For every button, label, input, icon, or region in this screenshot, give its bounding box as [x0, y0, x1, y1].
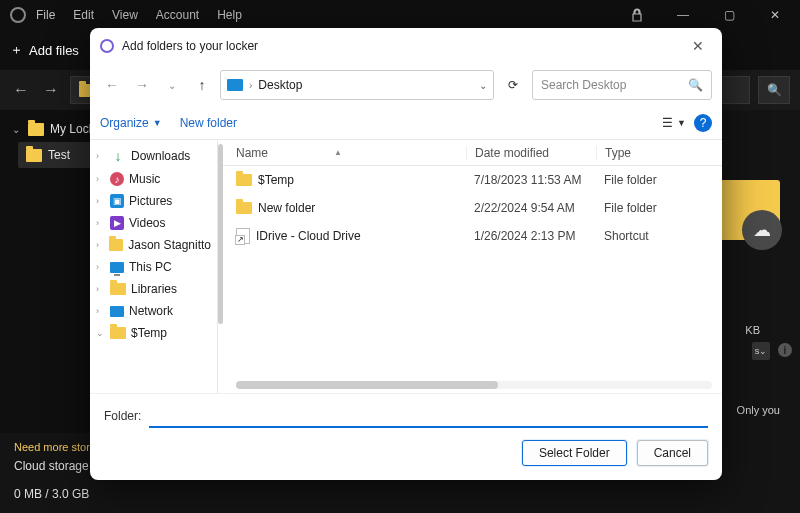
pic-icon: ▣	[110, 194, 124, 208]
list-header: Name▲ Date modified Type	[218, 140, 722, 166]
search-button[interactable]: 🔍	[758, 76, 790, 104]
file-date: 1/26/2024 2:13 PM	[466, 229, 596, 243]
tree-item[interactable]: ›This PC	[90, 256, 217, 278]
expand-icon: ›	[96, 218, 105, 228]
menu-help[interactable]: Help	[217, 8, 242, 22]
nav-up-button[interactable]: ↑	[190, 73, 214, 97]
add-files-button[interactable]: ＋ Add files	[10, 41, 79, 59]
expand-icon: ›	[96, 306, 105, 316]
file-name: New folder	[258, 201, 315, 215]
search-icon: 🔍	[688, 78, 703, 92]
list-view-icon: ☰	[662, 116, 673, 130]
pc-icon	[110, 262, 124, 273]
visibility-label: Only you	[737, 404, 780, 416]
folder-picker-dialog: Add folders to your locker ✕ ← → ⌄ ↑ › D…	[90, 28, 722, 480]
tree-item[interactable]: ›Network	[90, 300, 217, 322]
tree-label: Network	[129, 304, 173, 318]
tree-item[interactable]: ›♪Music	[90, 168, 217, 190]
tree-item[interactable]: ›▣Pictures	[90, 190, 217, 212]
dialog-nav: ← → ⌄ ↑ › Desktop ⌄ ⟳ Search Desktop 🔍	[90, 64, 722, 106]
search-input[interactable]: Search Desktop 🔍	[532, 70, 712, 100]
collapse-icon: ⌄	[12, 124, 22, 135]
minimize-button[interactable]: —	[662, 1, 704, 29]
close-button[interactable]: ✕	[754, 1, 796, 29]
app-logo-icon	[10, 7, 26, 23]
folder-icon	[110, 283, 126, 295]
tree-item[interactable]: ›Libraries	[90, 278, 217, 300]
dialog-file-list: Name▲ Date modified Type $Temp7/18/2023 …	[218, 140, 722, 393]
app-menu: File Edit View Account Help	[36, 8, 242, 22]
tree-item[interactable]: ›↓Downloads	[90, 144, 217, 168]
maximize-button[interactable]: ▢	[708, 1, 750, 29]
lock-icon[interactable]	[616, 1, 658, 29]
file-name: $Temp	[258, 173, 294, 187]
nav-back-button[interactable]: ←	[100, 73, 124, 97]
sort-dropdown[interactable]: s ⌄	[752, 342, 770, 360]
organize-menu[interactable]: Organize ▼	[100, 116, 162, 130]
new-folder-button[interactable]: New folder	[180, 116, 237, 130]
list-row[interactable]: IDrive - Cloud Drive1/26/2024 2:13 PMSho…	[218, 222, 722, 250]
expand-icon: ›	[96, 174, 105, 184]
tree-label: Videos	[129, 216, 165, 230]
list-row[interactable]: New folder2/22/2024 9:54 AMFile folder	[218, 194, 722, 222]
cloud-status-icon: ☁	[742, 210, 782, 250]
location-bar[interactable]: › Desktop ⌄	[220, 70, 494, 100]
dialog-close-button[interactable]: ✕	[684, 34, 712, 58]
chevron-down-icon[interactable]: ⌄	[479, 80, 487, 91]
tree-item[interactable]: ⌄$Temp	[90, 322, 217, 344]
storage-meter: 0 MB / 3.0 GB	[14, 487, 786, 501]
tree-label: Libraries	[131, 282, 177, 296]
expand-icon: ⌄	[96, 328, 105, 338]
nav-forward-icon[interactable]: →	[40, 81, 62, 99]
tree-label: Jason Stagnitto	[128, 238, 211, 252]
view-menu[interactable]: ☰ ▼	[662, 116, 686, 130]
folder-icon	[236, 174, 252, 186]
cancel-button[interactable]: Cancel	[637, 440, 708, 466]
organize-label: Organize	[100, 116, 149, 130]
select-folder-button[interactable]: Select Folder	[522, 440, 627, 466]
tree-item[interactable]: ›▶Videos	[90, 212, 217, 234]
app-icon	[100, 39, 114, 53]
menu-edit[interactable]: Edit	[73, 8, 94, 22]
desktop-icon	[227, 79, 243, 91]
list-row[interactable]: $Temp7/18/2023 11:53 AMFile folder	[218, 166, 722, 194]
expand-icon: ›	[96, 240, 104, 250]
column-date[interactable]: Date modified	[466, 146, 596, 160]
info-icon[interactable]: i	[778, 343, 792, 357]
app-titlebar: File Edit View Account Help — ▢ ✕	[0, 0, 800, 30]
refresh-button[interactable]: ⟳	[500, 72, 526, 98]
sort-indicator-icon: ▲	[334, 148, 342, 157]
file-date: 7/18/2023 11:53 AM	[466, 173, 596, 187]
chevron-right-icon: ›	[249, 80, 252, 91]
folder-icon	[236, 202, 252, 214]
folder-input[interactable]	[149, 404, 708, 428]
folder-icon	[109, 239, 123, 251]
help-button[interactable]: ?	[694, 114, 712, 132]
scrollbar[interactable]	[218, 144, 223, 324]
dialog-footer: Folder: Select Folder Cancel	[90, 393, 722, 480]
horizontal-scrollbar[interactable]	[236, 381, 712, 389]
tree-item[interactable]: ›Jason Stagnitto	[90, 234, 217, 256]
location-text: Desktop	[258, 78, 302, 92]
size-label: KB	[745, 324, 760, 336]
add-files-label: Add files	[29, 43, 79, 58]
menu-view[interactable]: View	[112, 8, 138, 22]
nav-recent-button[interactable]: ⌄	[160, 73, 184, 97]
column-type[interactable]: Type	[596, 146, 722, 160]
chevron-down-icon: ▼	[677, 118, 686, 128]
dialog-toolbar: Organize ▼ New folder ☰ ▼ ?	[90, 106, 722, 140]
folder-label: Folder:	[104, 409, 141, 423]
vid-icon: ▶	[110, 216, 124, 230]
menu-file[interactable]: File	[36, 8, 55, 22]
tree-label: Downloads	[131, 149, 190, 163]
plus-icon: ＋	[10, 41, 23, 59]
file-type: Shortcut	[596, 229, 722, 243]
menu-account[interactable]: Account	[156, 8, 199, 22]
column-name[interactable]: Name▲	[236, 146, 466, 160]
shortcut-icon	[236, 228, 250, 244]
nav-back-icon[interactable]: ←	[10, 81, 32, 99]
file-type: File folder	[596, 201, 722, 215]
file-name: IDrive - Cloud Drive	[256, 229, 361, 243]
nav-forward-button[interactable]: →	[130, 73, 154, 97]
chevron-down-icon: ▼	[153, 118, 162, 128]
